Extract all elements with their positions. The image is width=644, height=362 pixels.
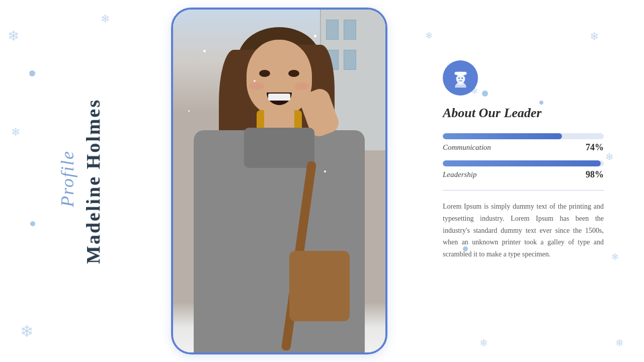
- right-panel: About Our Leader Communication 74% Leade…: [443, 60, 604, 260]
- leadership-percentage: 98%: [586, 169, 604, 180]
- communication-bar-track: [443, 133, 604, 139]
- snowflake-8: ❄: [611, 251, 619, 262]
- about-title: About Our Leader: [443, 106, 604, 121]
- communication-label: Communication: [443, 143, 491, 152]
- person-name: Madeline Holmes: [82, 99, 104, 264]
- snowflake-3: ❄: [11, 126, 20, 139]
- snowflake-5: ❄: [425, 30, 433, 41]
- snowflake-11: ❄: [479, 337, 488, 349]
- avatar: [443, 60, 478, 96]
- skill-communication: Communication 74%: [443, 133, 604, 153]
- left-sidebar: Profile Madeline Holmes: [30, 0, 131, 362]
- leadership-label: Leadership: [443, 170, 477, 179]
- snowflake-9: ❄: [605, 151, 614, 163]
- svg-rect-1: [454, 71, 466, 74]
- communication-percentage: 74%: [586, 142, 604, 153]
- leadership-bar-fill: [443, 160, 601, 166]
- skill-leadership: Leadership 98%: [443, 160, 604, 180]
- svg-point-4: [458, 77, 460, 79]
- profile-label: Profile: [57, 150, 78, 207]
- snowflake-2: ❄: [8, 28, 19, 44]
- divider: [443, 190, 604, 191]
- communication-bar-fill: [443, 133, 562, 139]
- leadership-bar-track: [443, 160, 604, 166]
- photo-card: [171, 8, 387, 354]
- svg-point-3: [457, 82, 464, 85]
- bio-text: Lorem Ipsum is simply dummy text of the …: [443, 201, 604, 260]
- snowflake-7: ❄: [615, 337, 624, 349]
- svg-point-5: [461, 77, 463, 79]
- photo-background: [173, 10, 385, 352]
- snowflake-6: ❄: [590, 30, 599, 43]
